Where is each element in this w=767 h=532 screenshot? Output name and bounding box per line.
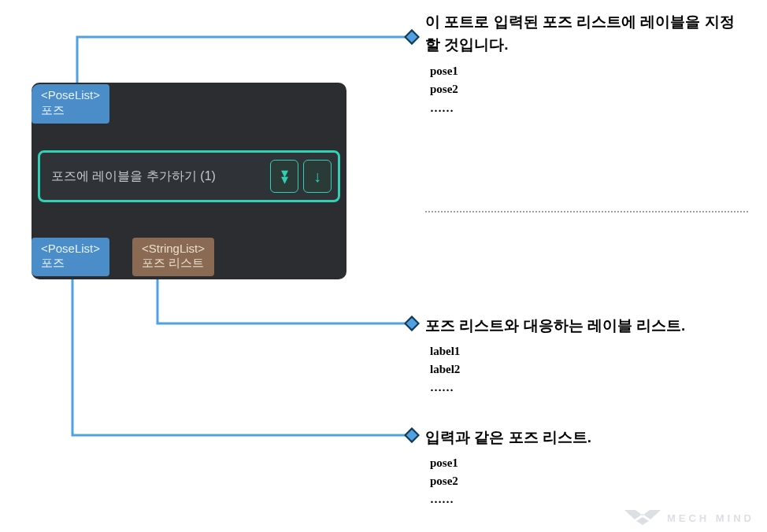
arrow-down-icon[interactable]: ↓ <box>303 160 332 193</box>
annotation-sample: pose1 pose2 …… <box>425 62 748 117</box>
annotation-title: 이 포트로 입력된 포즈 리스트에 레이블을 지정할 것입니다. <box>425 11 748 56</box>
annotation-title: 포즈 리스트와 대응하는 레이블 리스트. <box>425 315 748 338</box>
node-title: 포즈에 레이블을 추가하기 (1) <box>51 168 265 185</box>
annotation-sample: pose1 pose2 …… <box>425 454 748 509</box>
bullet-diamond <box>404 316 420 331</box>
port-type: <StringList> <box>142 242 205 257</box>
annotation-input: 이 포트로 입력된 포즈 리스트에 레이블을 지정할 것입니다. pose1 p… <box>425 11 748 117</box>
port-name: 포즈 리스트 <box>142 256 205 271</box>
sample-line: label1 <box>430 342 748 360</box>
node-block[interactable]: 포즈에 레이블을 추가하기 (1) ▾▾ ↓ <box>38 150 340 202</box>
sample-line: pose1 <box>430 62 748 80</box>
svg-marker-1 <box>636 517 649 525</box>
bullet-diamond <box>404 29 420 45</box>
input-port-poselist[interactable]: <PoseList> 포즈 <box>31 84 109 124</box>
expand-down-icon[interactable]: ▾▾ <box>270 160 298 193</box>
node-panel: <PoseList> 포즈 포즈에 레이블을 추가하기 (1) ▾▾ ↓ <Po… <box>31 83 346 279</box>
sample-line: …… <box>430 99 748 117</box>
sample-line: pose2 <box>430 472 748 490</box>
sample-line: …… <box>430 490 748 508</box>
port-name: 포즈 <box>41 103 100 118</box>
sample-line: label2 <box>430 360 748 379</box>
bullet-diamond <box>404 427 420 443</box>
port-name: 포즈 <box>41 256 100 271</box>
port-type: <PoseList> <box>41 242 100 257</box>
sample-line: pose1 <box>430 454 748 472</box>
annotation-sample: label1 label2 …… <box>425 342 748 397</box>
annotation-output-poselist: 입력과 같은 포즈 리스트. pose1 pose2 …… <box>425 427 748 508</box>
watermark-logo-icon <box>624 510 661 526</box>
annotation-labellist: 포즈 리스트와 대응하는 레이블 리스트. label1 label2 …… <box>425 315 748 397</box>
port-type: <PoseList> <box>41 88 100 103</box>
output-port-stringlist[interactable]: <StringList> 포즈 리스트 <box>132 238 214 277</box>
sample-line: …… <box>430 379 748 397</box>
watermark-text: MECH MIND <box>667 512 754 524</box>
divider <box>425 211 748 212</box>
watermark: MECH MIND <box>624 510 754 526</box>
sample-line: pose2 <box>430 80 748 98</box>
annotation-title: 입력과 같은 포즈 리스트. <box>425 427 748 449</box>
output-port-poselist[interactable]: <PoseList> 포즈 <box>31 238 109 277</box>
